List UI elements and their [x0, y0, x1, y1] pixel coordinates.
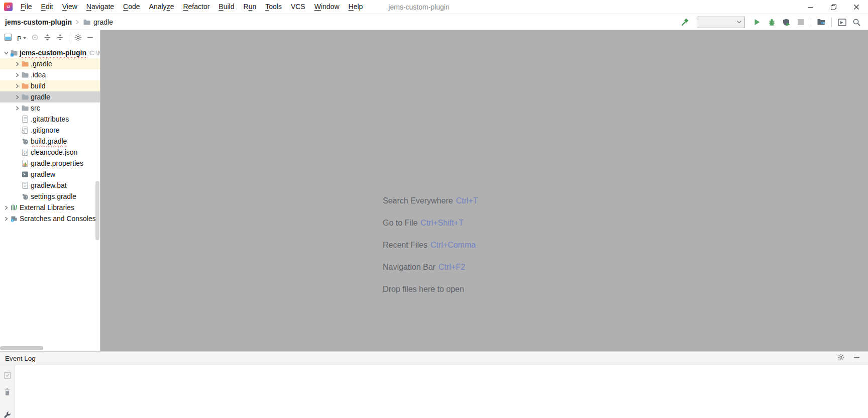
tree-row-settings-gradle[interactable]: settings.gradle: [0, 191, 100, 202]
tree-row-gradlew[interactable]: gradlew: [0, 169, 100, 180]
tree-row-project-root[interactable]: jems-custom-plugin C:\M: [0, 47, 100, 58]
tree-row-external-libraries[interactable]: External Libraries: [0, 202, 100, 213]
chevron-right-icon[interactable]: [13, 80, 21, 91]
menu-run[interactable]: Run: [239, 0, 261, 14]
tree-row-gradlew-bat[interactable]: gradlew.bat: [0, 180, 100, 191]
menu-file[interactable]: File: [16, 0, 37, 14]
chevron-right-icon[interactable]: [13, 58, 21, 69]
event-log-panel: [0, 365, 868, 418]
project-structure-button[interactable]: [817, 18, 826, 27]
minimize-icon: [807, 4, 813, 10]
breadcrumb-project[interactable]: jems-custom-plugin: [5, 18, 72, 26]
mark-read-icon: [4, 371, 12, 379]
stop-button[interactable]: [796, 18, 805, 27]
breadcrumb-folder[interactable]: gradle: [93, 18, 113, 26]
folder-icon: [21, 102, 30, 114]
run-config-select[interactable]: [697, 17, 745, 28]
tree-row-gradle[interactable]: gradle: [0, 91, 100, 102]
text-file-icon: [21, 114, 30, 125]
project-view-icon[interactable]: [4, 33, 12, 43]
restore-button[interactable]: [822, 0, 845, 14]
hint-recent-files: Recent Files Ctrl+Comma: [383, 234, 478, 256]
chevron-right-icon[interactable]: [2, 202, 10, 213]
event-log-bar[interactable]: Event Log: [0, 351, 868, 365]
menu-code[interactable]: Code: [119, 0, 144, 14]
mark-all-read-button[interactable]: [4, 371, 12, 381]
folder-icon: [21, 69, 30, 80]
scratches-icon: i: [10, 213, 19, 224]
panel-settings-button[interactable]: [74, 34, 82, 43]
tree-row-gitattributes[interactable]: .gitattributes: [0, 114, 100, 125]
libraries-icon: [10, 202, 19, 213]
hint-drop-files: Drop files here to open: [383, 278, 478, 300]
menu-refactor[interactable]: Refactor: [178, 0, 214, 14]
horizontal-scrollbar[interactable]: [0, 346, 43, 350]
tree-row-src[interactable]: src: [0, 102, 100, 114]
hammer-build-button[interactable]: [680, 18, 689, 27]
project-tree: jems-custom-plugin C:\M .gradle .idea bu…: [0, 46, 100, 224]
debug-button[interactable]: [767, 18, 776, 27]
locate-file-button[interactable]: [31, 34, 39, 43]
menu-tools[interactable]: Tools: [261, 0, 286, 14]
tree-row-gradle-properties[interactable]: gradle.properties: [0, 158, 100, 169]
project-root-folder-icon: [10, 47, 19, 58]
close-icon: [853, 4, 859, 10]
search-everywhere-button[interactable]: [852, 18, 861, 27]
menu-vcs[interactable]: VCS: [286, 0, 310, 14]
project-panel-header: P: [0, 30, 100, 46]
run-toolbar: [680, 17, 861, 28]
event-log-hide-button[interactable]: [853, 354, 860, 363]
log-settings-button[interactable]: [3, 411, 12, 418]
menu-build[interactable]: Build: [214, 0, 239, 14]
chevron-right-icon[interactable]: [13, 102, 21, 114]
json-file-icon: {}(): [21, 147, 30, 158]
text-file-icon: [21, 180, 30, 191]
intellij-logo-icon: IJ: [4, 3, 13, 11]
excluded-folder-icon: [21, 80, 30, 91]
tree-row-build-gradle[interactable]: build.gradle: [0, 136, 100, 147]
svg-text:i: i: [12, 220, 13, 222]
minimize-button[interactable]: [799, 0, 822, 14]
tree-row-scratches[interactable]: i Scratches and Consoles: [0, 213, 100, 224]
hint-search-everywhere: Search Everywhere Ctrl+T: [383, 190, 478, 212]
run-anything-button[interactable]: [837, 18, 846, 27]
project-root-path: C:\M: [89, 49, 100, 57]
hint-navigation-bar: Navigation Bar Ctrl+F2: [383, 256, 478, 278]
wrench-icon: [3, 411, 12, 418]
tree-row-build[interactable]: build: [0, 80, 100, 91]
event-log-actions: [837, 354, 860, 363]
menu-edit[interactable]: Edit: [37, 0, 58, 14]
tree-row-cleancode-json[interactable]: {}() cleancode.json: [0, 147, 100, 158]
clear-log-button[interactable]: [4, 388, 11, 398]
chevron-down-icon: [736, 20, 742, 24]
close-button[interactable]: [845, 0, 868, 14]
svg-text:(): (): [22, 153, 25, 156]
chevron-right-icon[interactable]: [13, 91, 21, 102]
locate-icon: [31, 34, 39, 41]
chevron-right-icon[interactable]: [13, 69, 21, 80]
hide-panel-button[interactable]: [87, 34, 93, 43]
event-log-toolbar: [0, 365, 15, 418]
folder-icon: [83, 18, 91, 26]
tree-row-dot-idea[interactable]: .idea: [0, 69, 100, 80]
collapse-all-button[interactable]: [56, 34, 64, 43]
tree-row-gitignore[interactable]: .gitignore: [0, 125, 100, 136]
run-button[interactable]: [752, 18, 762, 27]
expand-all-button[interactable]: [44, 34, 51, 43]
project-view-selector[interactable]: P: [17, 35, 26, 42]
menu-help[interactable]: Help: [344, 0, 368, 14]
menu-analyze[interactable]: Analyze: [145, 0, 179, 14]
chevron-right-icon[interactable]: [2, 213, 10, 224]
menu-window[interactable]: Window: [310, 0, 344, 14]
vertical-scrollbar[interactable]: [95, 181, 99, 240]
run-anything-icon: [838, 19, 846, 26]
menu-navigate[interactable]: Navigate: [82, 0, 119, 14]
coverage-button[interactable]: [782, 18, 791, 27]
header-separator: [69, 34, 69, 42]
chevron-down-icon[interactable]: [2, 47, 10, 58]
editor-empty-area[interactable]: Search Everywhere Ctrl+T Go to File Ctrl…: [100, 30, 868, 351]
excluded-folder-icon: [21, 58, 30, 69]
event-log-settings-button[interactable]: [837, 354, 844, 363]
menu-view[interactable]: View: [58, 0, 82, 14]
tree-row-dot-gradle[interactable]: .gradle: [0, 58, 100, 69]
